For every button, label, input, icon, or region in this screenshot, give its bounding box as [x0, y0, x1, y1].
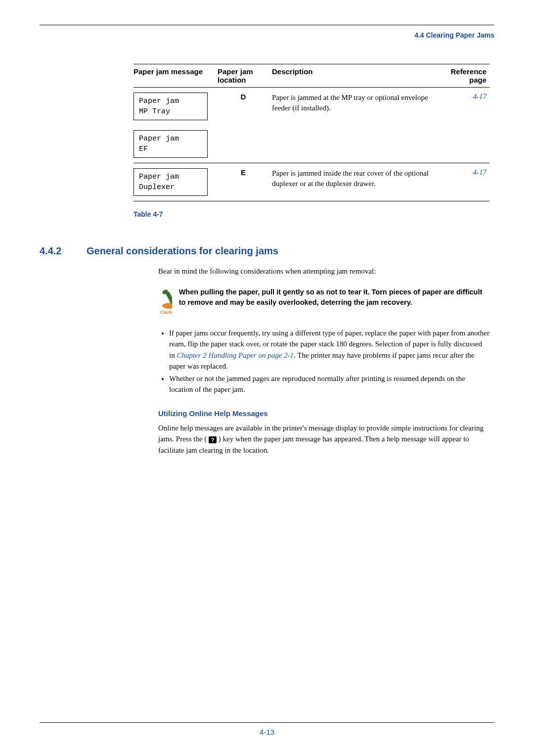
- help-paragraph: Online help messages are available in th…: [158, 423, 490, 456]
- page-number: 4-13: [40, 728, 494, 736]
- table-row: Paper jam MP Tray D Paper is jammed at t…: [134, 88, 490, 126]
- th-location: Paper jam location: [218, 64, 272, 88]
- th-message: Paper jam message: [134, 64, 218, 88]
- intro-paragraph: Bear in mind the following consideration…: [158, 266, 490, 277]
- reference-link[interactable]: 4-17: [440, 88, 490, 126]
- chapter-link[interactable]: Chapter 2 Handling Paper on page 2-1: [177, 351, 294, 359]
- message-display-box: Paper jam EF: [134, 130, 208, 158]
- section-title: General considerations for clearing jams: [87, 245, 278, 257]
- help-key-icon: ?: [209, 436, 217, 443]
- table-row: Paper jam EF: [134, 125, 490, 163]
- msg-line: MP Tray: [139, 107, 170, 116]
- msg-line: Paper jam: [139, 173, 179, 181]
- header-rule: [40, 25, 494, 25]
- description-cell: Paper is jammed inside the rear cover of…: [272, 163, 440, 201]
- subsection-heading: Utilizing Online Help Messages: [158, 409, 490, 418]
- message-display-box: Paper jam Duplexer: [134, 168, 208, 196]
- location-cell: E: [218, 163, 272, 201]
- table-row: Paper jam Duplexer E Paper is jammed ins…: [134, 163, 490, 201]
- svg-point-0: [162, 303, 172, 309]
- footer-rule: [40, 722, 494, 723]
- description-cell: Paper is jammed at the MP tray or option…: [272, 88, 440, 126]
- section-number: 4.4.2: [40, 245, 87, 257]
- list-item: If paper jams occur frequently, try usin…: [169, 328, 490, 372]
- running-header: 4.4 Clearing Paper Jams: [40, 31, 494, 39]
- msg-line: EF: [139, 145, 148, 153]
- location-cell: D: [218, 88, 272, 126]
- th-description: Description: [272, 64, 440, 88]
- list-item: Whether or not the jammed pages are repr…: [169, 373, 490, 395]
- paper-jam-table: Paper jam message Paper jam location Des…: [134, 64, 490, 201]
- message-display-box: Paper jam MP Tray: [134, 93, 208, 120]
- th-reference: Reference page: [440, 64, 490, 88]
- caution-text: When pulling the paper, pull it gently s…: [179, 287, 490, 308]
- table-caption: Table 4-7: [134, 210, 490, 218]
- msg-line: Paper jam: [139, 135, 179, 143]
- table-header-row: Paper jam message Paper jam location Des…: [134, 64, 490, 88]
- msg-line: Duplexer: [139, 183, 175, 191]
- reference-link[interactable]: 4-17: [440, 163, 490, 201]
- msg-line: Paper jam: [139, 97, 179, 105]
- caution-icon: Caution: [158, 287, 172, 315]
- bullet-list: If paper jams occur frequently, try usin…: [158, 328, 490, 395]
- caution-label: Caution: [160, 310, 172, 315]
